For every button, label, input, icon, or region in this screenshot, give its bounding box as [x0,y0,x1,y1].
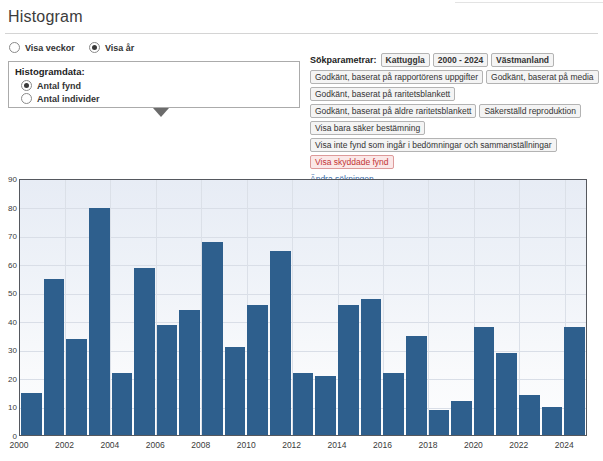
radio-antal-individer-label: Antal individer [37,94,100,104]
bars-layer [20,180,586,435]
y-tick-label: 10 [2,403,17,412]
y-axis-labels: 0102030405060708090 [2,176,17,458]
bar-2012 [293,373,314,435]
bar-slot-2005 [133,180,156,435]
histogram-chart: 0102030405060708090 20002002200420062008… [2,176,598,458]
x-tick-label: 2016 [366,440,400,450]
bar-slot-2017 [405,180,428,435]
y-tick-label: 40 [2,318,17,327]
filter-tag: Godkänt, baserat på rapportörens uppgift… [310,70,483,84]
bar-2005 [134,268,155,435]
bar-slot-2020 [473,180,496,435]
x-tick-label: 2008 [184,440,218,450]
bar-2007 [179,310,200,435]
bar-slot-2023 [541,180,564,435]
search-param-row: Visa skyddade fynd [310,155,600,169]
radio-visa-ar[interactable]: Visa år [89,42,134,53]
title-divider [5,33,598,34]
radio-antal-fynd-label: Antal fynd [37,81,81,91]
search-param-row: Godkänt, baserat på raritetsblankett [310,87,600,101]
y-tick-label: 60 [2,261,17,270]
x-tick-label: 2004 [93,440,127,450]
radio-antal-individer[interactable]: Antal individer [21,93,293,104]
bar-slot-2003 [88,180,111,435]
filter-tag: Godkänt, baserat på media [486,70,599,84]
bar-2015 [361,299,382,435]
x-tick-label: 2018 [411,440,445,450]
radio-selected-icon[interactable] [21,80,32,91]
bar-2001 [44,279,65,435]
radio-unselected-icon[interactable] [9,42,20,53]
radio-antal-fynd[interactable]: Antal fynd [21,80,293,91]
filter-tag: Godkänt, baserat på raritetsblankett [310,87,455,101]
bar-slot-2022 [518,180,541,435]
species-tag: Kattuggla [381,53,430,67]
bar-2009 [225,347,246,435]
panel-pointer-arrow-icon [153,108,169,117]
bar-slot-2011 [269,180,292,435]
bar-slot-2024 [563,180,586,435]
bar-2013 [315,376,336,436]
search-param-row: Visa bara säker bestämning [310,121,600,135]
histogramdata-panel: Histogramdata: Antal fynd Antal individe… [8,61,300,108]
bar-slot-2000 [20,180,43,435]
plot-area [19,179,587,436]
bar-2016 [383,373,404,435]
bar-2002 [66,339,87,435]
bar-slot-2007 [178,180,201,435]
search-param-row: Godkänt, baserat på rapportörens uppgift… [310,70,600,84]
filter-tag: Säkerställd reproduktion [479,104,581,118]
radio-selected-icon[interactable] [89,42,100,53]
bar-2020 [474,327,495,435]
bar-2014 [338,305,359,435]
histogramdata-panel-title: Histogramdata: [15,66,293,77]
bar-slot-2021 [495,180,518,435]
filter-tag: Visa bara säker bestämning [310,121,425,135]
search-param-row: Visa inte fynd som ingår i bedömningar o… [310,138,600,152]
bar-2000 [21,393,42,436]
bar-slot-2014 [337,180,360,435]
x-tick-label: 2022 [502,440,536,450]
bar-slot-2010 [246,180,269,435]
bar-slot-2001 [43,180,66,435]
bar-2006 [157,325,178,436]
radio-visa-veckor[interactable]: Visa veckor [9,42,75,53]
bar-2021 [496,353,517,435]
bar-2019 [451,401,472,435]
bar-2018 [429,410,450,436]
y-tick-label: 30 [2,346,17,355]
radio-visa-veckor-label: Visa veckor [25,43,75,53]
x-tick-label: 2024 [547,440,581,450]
y-tick-label: 70 [2,232,17,241]
radio-unselected-icon[interactable] [21,93,32,104]
region-tag: Västmanland [491,53,554,67]
view-toggle-group: Visa veckor Visa år [9,42,134,53]
x-tick-label: 2002 [47,440,81,450]
bar-slot-2013 [314,180,337,435]
y-tick-label: 80 [2,204,17,213]
x-tick-label: 2006 [138,440,172,450]
y-tick-label: 50 [2,289,17,298]
y-tick-label: 20 [2,375,17,384]
bar-2023 [542,407,563,435]
x-tick-label: 2012 [275,440,309,450]
bar-slot-2002 [65,180,88,435]
radio-visa-ar-label: Visa år [105,43,134,53]
bar-slot-2008 [201,180,224,435]
bar-2022 [519,395,540,435]
histogram-page: { "page": { "title": "Histogram" }, "vie… [0,0,603,461]
bar-2004 [112,373,133,435]
search-params-label: Sökparametrar: [310,55,377,65]
bar-2011 [270,251,291,435]
y-tick-label: 90 [2,175,17,184]
bar-slot-2018 [428,180,451,435]
filter-tag: Godkänt, baserat på äldre raritetsblanke… [310,104,476,118]
search-param-row: Sökparametrar: Kattuggla 2000 - 2024 Väs… [310,53,600,67]
bar-2010 [247,305,268,435]
bar-slot-2006 [156,180,179,435]
search-param-row: Godkänt, baserat på äldre raritetsblanke… [310,104,600,118]
bar-slot-2004 [111,180,134,435]
bar-2008 [202,242,223,435]
bar-slot-2016 [382,180,405,435]
bar-2017 [406,336,427,435]
